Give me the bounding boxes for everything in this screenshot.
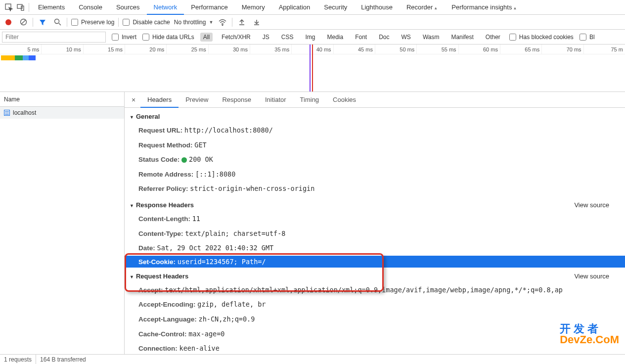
tab-network[interactable]: Network bbox=[147, 0, 184, 15]
disable-cache-label: Disable cache bbox=[133, 19, 170, 26]
tab-lighthouse[interactable]: Lighthouse bbox=[354, 0, 400, 15]
timeline-tick: 55 ms bbox=[416, 45, 458, 54]
section-response-headers[interactable]: ▼Response Headers View source bbox=[125, 196, 625, 212]
timeline-overview[interactable]: 5 ms 10 ms 15 ms 20 ms 25 ms 30 ms 35 ms… bbox=[0, 45, 625, 92]
type-filter-css[interactable]: CSS bbox=[278, 33, 297, 42]
request-view-source-link[interactable]: View source bbox=[574, 273, 609, 280]
detail-tab-headers[interactable]: Headers bbox=[140, 92, 179, 108]
status-bar: 1 requests 164 B transferred bbox=[0, 354, 625, 364]
filter-bar: Invert Hide data URLs All Fetch/XHR JS C… bbox=[0, 30, 625, 45]
search-icon[interactable] bbox=[52, 17, 63, 28]
req-connection: Connection: keen-alive bbox=[125, 341, 625, 354]
type-filter-img[interactable]: Img bbox=[302, 33, 318, 42]
svg-line-6 bbox=[59, 23, 61, 25]
resp-date: Date: Sat, 29 Oct 2022 01:40:32 GMT bbox=[125, 241, 625, 256]
type-filter-other[interactable]: Other bbox=[483, 33, 503, 42]
main-split: Name localhost × Headers Preview Respons… bbox=[0, 92, 625, 354]
tab-recorder[interactable]: Recorder bbox=[400, 0, 445, 15]
tab-memory[interactable]: Memory bbox=[235, 0, 272, 15]
req-accept-encoding: Accept-Encoding: gzip, deflate, br bbox=[125, 297, 625, 312]
timeline-tick: 25 ms bbox=[166, 45, 208, 54]
status-requests: 1 requests bbox=[0, 355, 36, 364]
throttling-label: No throttling bbox=[174, 19, 206, 26]
tab-console[interactable]: Console bbox=[72, 0, 109, 15]
type-filter-fetch-xhr[interactable]: Fetch/XHR bbox=[219, 33, 254, 42]
filter-input[interactable] bbox=[2, 32, 106, 43]
timeline-request-bar bbox=[1, 55, 36, 60]
type-filter-ws[interactable]: WS bbox=[399, 33, 414, 42]
device-toggle-icon[interactable] bbox=[15, 1, 27, 13]
tab-elements[interactable]: Elements bbox=[31, 0, 72, 15]
blocked-checkbox[interactable]: Bl bbox=[580, 34, 595, 41]
svg-point-7 bbox=[223, 25, 223, 26]
timeline-tick: 65 ms bbox=[500, 45, 541, 54]
section-response-headers-label: Response Headers bbox=[136, 201, 194, 209]
type-filter-all[interactable]: All bbox=[200, 33, 213, 42]
detail-tab-preview[interactable]: Preview bbox=[179, 92, 215, 108]
timeline-tick: 5 ms bbox=[0, 45, 41, 54]
record-button[interactable] bbox=[3, 17, 14, 28]
load-marker bbox=[312, 45, 313, 91]
document-icon bbox=[4, 110, 10, 116]
download-har-icon[interactable] bbox=[251, 17, 262, 28]
blocked-label: Bl bbox=[589, 34, 595, 41]
detail-tab-cookies[interactable]: Cookies bbox=[326, 92, 363, 108]
detail-tab-response[interactable]: Response bbox=[215, 92, 258, 108]
hide-data-urls-label: Hide data URLs bbox=[152, 34, 194, 41]
timeline-tick: 50 ms bbox=[375, 45, 416, 54]
upload-har-icon[interactable] bbox=[236, 17, 247, 28]
general-request-url: Request URL: http://localhost:8080/ bbox=[125, 123, 625, 138]
resp-content-length: Content-Length: 11 bbox=[125, 212, 625, 227]
timeline-tick: 45 ms bbox=[333, 45, 375, 54]
general-status-code: Status Code: 200 OK bbox=[125, 152, 625, 167]
domcontentloaded-marker bbox=[310, 45, 311, 91]
inspect-icon[interactable] bbox=[3, 1, 15, 13]
filter-toggle-icon[interactable] bbox=[37, 17, 48, 28]
timeline-tick: 35 ms bbox=[250, 45, 291, 54]
detail-tab-initiator[interactable]: Initiator bbox=[258, 92, 293, 108]
tab-sources[interactable]: Sources bbox=[109, 0, 147, 15]
tab-performance[interactable]: Performance bbox=[184, 0, 234, 15]
general-remote-address: Remote Address: [::1]:8080 bbox=[125, 167, 625, 182]
network-toolbar: Preserve log Disable cache No throttling… bbox=[0, 15, 625, 30]
type-filter-manifest[interactable]: Manifest bbox=[448, 33, 476, 42]
timeline-tick: 70 ms bbox=[541, 45, 583, 54]
clear-button[interactable] bbox=[18, 17, 29, 28]
invert-checkbox[interactable]: Invert bbox=[112, 34, 136, 41]
request-list: Name localhost bbox=[0, 92, 125, 354]
detail-tab-timing[interactable]: Timing bbox=[293, 92, 326, 108]
throttling-dropdown[interactable]: No throttling ▼ bbox=[174, 19, 214, 26]
timeline-tick: 15 ms bbox=[83, 45, 125, 54]
svg-line-4 bbox=[21, 20, 26, 24]
network-conditions-icon[interactable] bbox=[217, 17, 228, 28]
section-request-headers[interactable]: ▼Request Headers View source bbox=[125, 268, 625, 283]
devtools-tab-strip: Elements Console Sources Network Perform… bbox=[0, 0, 625, 15]
general-referrer-policy: Referrer Policy: strict-origin-when-cros… bbox=[125, 182, 625, 196]
close-details-button[interactable]: × bbox=[127, 96, 140, 104]
section-general[interactable]: ▼General bbox=[125, 108, 625, 123]
type-filter-font[interactable]: Font bbox=[352, 33, 370, 42]
request-list-header[interactable]: Name bbox=[0, 92, 124, 107]
disable-cache-checkbox[interactable]: Disable cache bbox=[123, 19, 170, 26]
preserve-log-checkbox[interactable]: Preserve log bbox=[71, 19, 114, 26]
tab-application[interactable]: Application bbox=[272, 0, 317, 15]
section-general-label: General bbox=[136, 113, 160, 120]
type-filter-js[interactable]: JS bbox=[260, 33, 272, 42]
status-transferred: 164 B transferred bbox=[36, 355, 90, 364]
resp-set-cookie[interactable]: Set-Cookie: userid=1234567; Path=/ bbox=[125, 256, 625, 268]
tab-security[interactable]: Security bbox=[317, 0, 354, 15]
caret-down-icon: ▼ bbox=[209, 20, 213, 25]
blocked-cookies-checkbox[interactable]: Has blocked cookies bbox=[509, 34, 574, 41]
type-filter-doc[interactable]: Doc bbox=[376, 33, 392, 42]
resp-content-type: Content-Type: text/plain; charset=utf-8 bbox=[125, 227, 625, 241]
invert-label: Invert bbox=[122, 34, 136, 41]
request-details-pane: × Headers Preview Response Initiator Tim… bbox=[125, 92, 625, 354]
response-view-source-link[interactable]: View source bbox=[574, 201, 609, 209]
type-filter-wasm[interactable]: Wasm bbox=[420, 33, 443, 42]
request-row-localhost[interactable]: localhost bbox=[0, 107, 124, 119]
timeline-tick: 75 m bbox=[583, 45, 625, 54]
tab-performance-insights[interactable]: Performance insights bbox=[445, 0, 524, 15]
type-filter-media[interactable]: Media bbox=[324, 33, 346, 42]
hide-data-urls-checkbox[interactable]: Hide data URLs bbox=[142, 34, 194, 41]
svg-point-5 bbox=[54, 19, 59, 24]
